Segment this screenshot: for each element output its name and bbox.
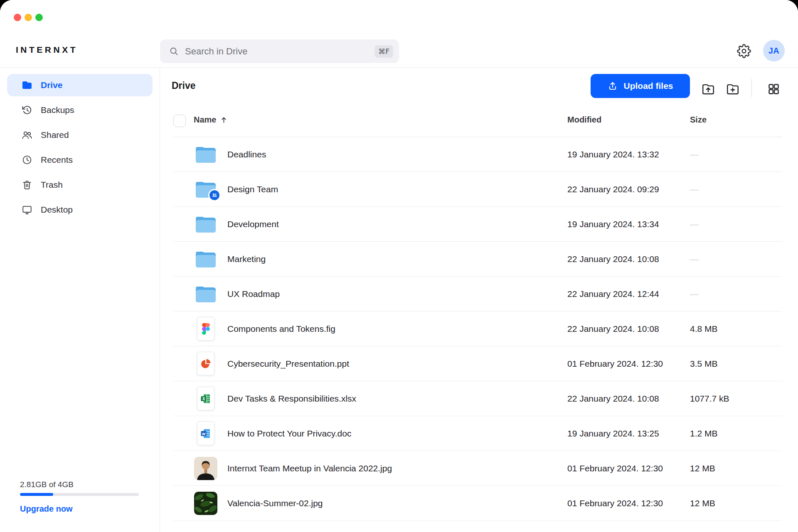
table-row[interactable]: Development19 January 2024. 13:34—: [173, 207, 782, 242]
column-header-modified[interactable]: Modified: [567, 115, 601, 125]
select-all-checkbox[interactable]: [173, 115, 186, 127]
modified-date: 01 February 2024. 12:30: [567, 463, 663, 473]
modified-date: 22 January 2024. 12:44: [567, 289, 659, 299]
table-row[interactable]: Valencia-Summer-02.jpg01 February 2024. …: [173, 486, 782, 521]
upload-files-button[interactable]: Upload files: [591, 74, 690, 98]
sidebar-item-label: Shared: [41, 130, 69, 140]
sidebar-nav: DriveBackupsSharedRecentsTrashDesktop: [0, 68, 160, 221]
upload-folder-icon: [701, 82, 715, 96]
users-icon: [22, 130, 32, 140]
sort-ascending-icon: [220, 116, 228, 124]
file-name: Development: [227, 219, 279, 229]
file-name: Design Team: [227, 184, 278, 194]
sidebar-item-label: Backups: [41, 105, 74, 115]
table-row[interactable]: Deadlines19 January 2024. 13:32—: [173, 137, 782, 172]
sidebar-item-shared[interactable]: Shared: [7, 124, 153, 146]
shared-folder-icon-wrap: [194, 179, 217, 199]
upload-folder-button[interactable]: [701, 81, 716, 96]
shared-badge: [208, 189, 221, 201]
sidebar-item-drive[interactable]: Drive: [7, 74, 153, 96]
file-name: Dev Tasks & Responsibilities.xlsx: [227, 394, 356, 404]
search-shortcut-badge: ⌘F: [374, 45, 393, 58]
file-size: —: [690, 219, 699, 229]
main-content: Drive Upload files Name Mod: [160, 68, 798, 532]
minimize-button[interactable]: [25, 14, 32, 21]
figma-logo-icon: [202, 323, 210, 335]
folder-icon: [194, 214, 217, 234]
column-header-name[interactable]: Name: [194, 115, 228, 125]
table-row[interactable]: Marketing22 January 2024. 10:08—: [173, 242, 782, 277]
file-name: Valencia-Summer-02.jpg: [227, 498, 323, 508]
sidebar-item-recents[interactable]: Recents: [7, 149, 153, 171]
photo-thumbnail-leaves: [194, 492, 217, 515]
search-input[interactable]: [184, 46, 374, 57]
file-size: —: [690, 254, 699, 264]
close-button[interactable]: [14, 14, 21, 21]
search-icon: [169, 47, 179, 56]
modified-date: 19 January 2024. 13:32: [567, 150, 659, 159]
window-controls: [14, 14, 43, 21]
folder-icon: [194, 249, 217, 269]
upgrade-now-link[interactable]: Upgrade now: [20, 504, 73, 514]
table-row[interactable]: WHow to Protect Your Privacy.doc19 Janua…: [173, 416, 782, 451]
grid-view-icon: [767, 83, 780, 96]
file-name: Internxt Team Meetup in Valencia 2022.jp…: [227, 463, 392, 473]
shared-users-icon: [212, 192, 218, 198]
maximize-button[interactable]: [35, 14, 43, 21]
file-name: Marketing: [227, 254, 266, 264]
folder-icon-wrap: [194, 145, 217, 164]
folder-icon-wrap: [194, 249, 217, 269]
file-name: UX Roadmap: [227, 289, 280, 299]
file-size: 12 MB: [690, 498, 715, 508]
app-window: INTERNXT ⌘F JA DriveBackupsSharedRecents…: [0, 0, 798, 532]
table-row[interactable]: UX Roadmap22 January 2024. 12:44—: [173, 277, 782, 311]
modified-date: 01 February 2024. 12:30: [567, 498, 663, 508]
modified-date: 22 January 2024. 09:29: [567, 184, 659, 194]
svg-text:W: W: [202, 431, 206, 436]
table-row[interactable]: Internxt Team Meetup in Valencia 2022.jp…: [173, 451, 782, 486]
file-list: Deadlines19 January 2024. 13:32—Design T…: [173, 137, 782, 521]
sidebar-item-trash[interactable]: Trash: [7, 174, 153, 196]
file-size: 3.5 MB: [690, 359, 718, 369]
toolbar-divider: [751, 79, 752, 97]
storage-progress-fill: [20, 493, 53, 496]
sidebar-item-label: Drive: [41, 80, 63, 90]
table-row[interactable]: Cybersecurity_Presentation.ppt01 Februar…: [173, 346, 782, 381]
settings-button[interactable]: [736, 44, 751, 59]
gear-icon: [737, 44, 751, 58]
file-size: 1077.7 kB: [690, 394, 729, 404]
table-row[interactable]: Design Team22 January 2024. 09:29—: [173, 172, 782, 207]
excel-logo-icon: X: [200, 393, 211, 404]
upload-icon: [607, 81, 618, 91]
desktop-icon: [22, 204, 32, 215]
modified-date: 22 January 2024. 10:08: [567, 254, 659, 264]
svg-text:X: X: [202, 396, 205, 401]
sidebar-item-label: Desktop: [41, 205, 73, 215]
file-name: How to Protect Your Privacy.doc: [227, 429, 351, 439]
table-row[interactable]: Components and Tokens.fig22 January 2024…: [173, 311, 782, 346]
folder-icon: [194, 145, 217, 164]
modified-date: 19 January 2024. 13:25: [567, 429, 659, 439]
upload-files-label: Upload files: [623, 81, 673, 91]
file-size: 12 MB: [690, 463, 715, 473]
topbar: INTERNXT ⌘F JA: [0, 0, 798, 68]
sidebar-item-backups[interactable]: Backups: [7, 99, 153, 121]
new-folder-button[interactable]: [725, 81, 740, 96]
clock-icon: [22, 154, 32, 165]
grid-view-button[interactable]: [766, 81, 781, 96]
user-avatar[interactable]: JA: [763, 40, 785, 61]
sidebar-item-desktop[interactable]: Desktop: [7, 199, 153, 221]
folder-icon: [194, 284, 217, 304]
table-row[interactable]: XDev Tasks & Responsibilities.xlsx22 Jan…: [173, 381, 782, 416]
modified-date: 01 February 2024. 12:30: [567, 359, 663, 369]
sidebar-item-label: Trash: [41, 180, 63, 190]
sidebar: DriveBackupsSharedRecentsTrashDesktop 2.…: [0, 68, 160, 532]
storage-widget: 2.81GB of 4GB Upgrade now: [20, 480, 139, 514]
search-bar[interactable]: ⌘F: [160, 39, 399, 63]
modified-date: 22 January 2024. 10:08: [567, 394, 659, 404]
folder-icon: [22, 80, 32, 91]
column-header-size[interactable]: Size: [690, 115, 707, 125]
storage-progress-bar: [20, 493, 139, 496]
file-size: 4.8 MB: [690, 324, 718, 334]
sidebar-item-label: Recents: [41, 155, 73, 165]
